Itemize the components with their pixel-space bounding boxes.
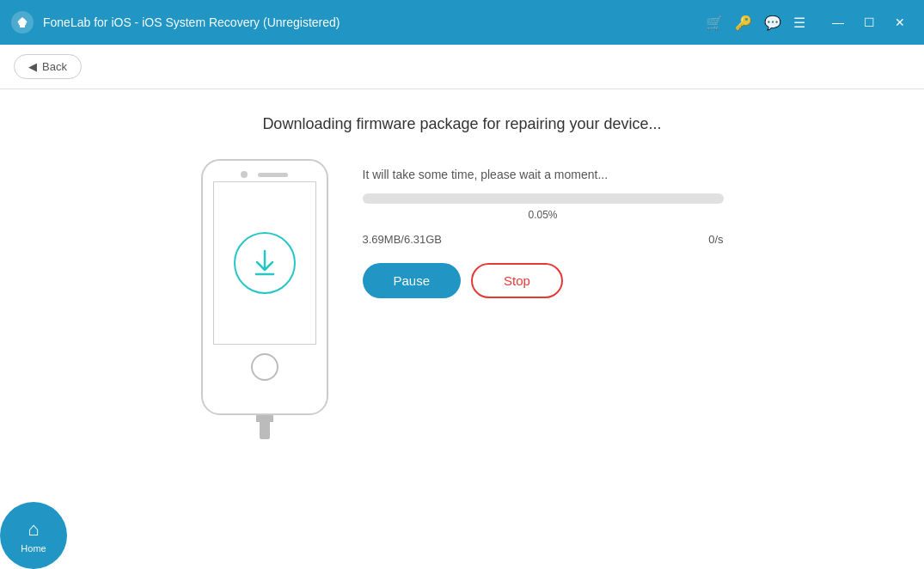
phone-home-button	[251, 353, 278, 381]
file-info: 3.69MB/6.31GB 0/s	[363, 233, 724, 246]
file-size-current: 3.69MB/6.31GB	[363, 233, 443, 246]
progress-bar-background	[363, 193, 724, 204]
phone-body	[201, 159, 328, 415]
phone-illustration	[201, 159, 328, 439]
cart-icon[interactable]: 🛒	[706, 15, 723, 31]
minimize-button[interactable]: —	[824, 9, 852, 36]
back-button[interactable]: ◀ Back	[14, 54, 82, 79]
chat-icon[interactable]: 💬	[764, 15, 781, 31]
content-area: It will take some time, please wait a mo…	[140, 159, 785, 439]
download-info: It will take some time, please wait a mo…	[363, 159, 724, 298]
home-label: Home	[21, 543, 46, 554]
wait-message: It will take some time, please wait a mo…	[363, 168, 724, 181]
progress-percent-label: 0.05%	[363, 209, 724, 221]
phone-camera	[241, 171, 248, 178]
app-icon	[10, 10, 34, 34]
back-arrow-icon: ◀	[28, 60, 37, 73]
close-button[interactable]: ✕	[886, 9, 914, 36]
window-controls: — ☐ ✕	[824, 9, 914, 36]
app-title: FoneLab for iOS - iOS System Recovery (U…	[43, 15, 706, 29]
toolbar: ◀ Back	[0, 45, 924, 89]
maximize-button[interactable]: ☐	[855, 9, 883, 36]
phone-speaker	[258, 173, 288, 177]
home-button[interactable]: ⌂ Home	[0, 502, 67, 569]
progress-container: 0.05%	[363, 193, 724, 221]
download-speed: 0/s	[708, 233, 723, 246]
bottom-nav: ⌂ Home	[0, 502, 67, 569]
pause-button[interactable]: Pause	[363, 263, 462, 298]
menu-icon[interactable]: ☰	[793, 15, 805, 31]
home-icon: ⌂	[28, 518, 39, 541]
title-bar-controls: 🛒 🔑 💬 ☰ — ☐ ✕	[706, 9, 914, 36]
phone-screen	[213, 181, 316, 345]
stop-button[interactable]: Stop	[471, 263, 563, 298]
download-icon	[234, 232, 296, 294]
phone-top	[241, 161, 288, 178]
key-icon[interactable]: 🔑	[735, 15, 752, 31]
back-label: Back	[42, 60, 67, 73]
main-content: Downloading firmware package for repairi…	[0, 89, 924, 569]
title-bar: FoneLab for iOS - iOS System Recovery (U…	[0, 0, 924, 45]
page-title: Downloading firmware package for repairi…	[262, 115, 661, 133]
action-buttons: Pause Stop	[363, 263, 724, 298]
